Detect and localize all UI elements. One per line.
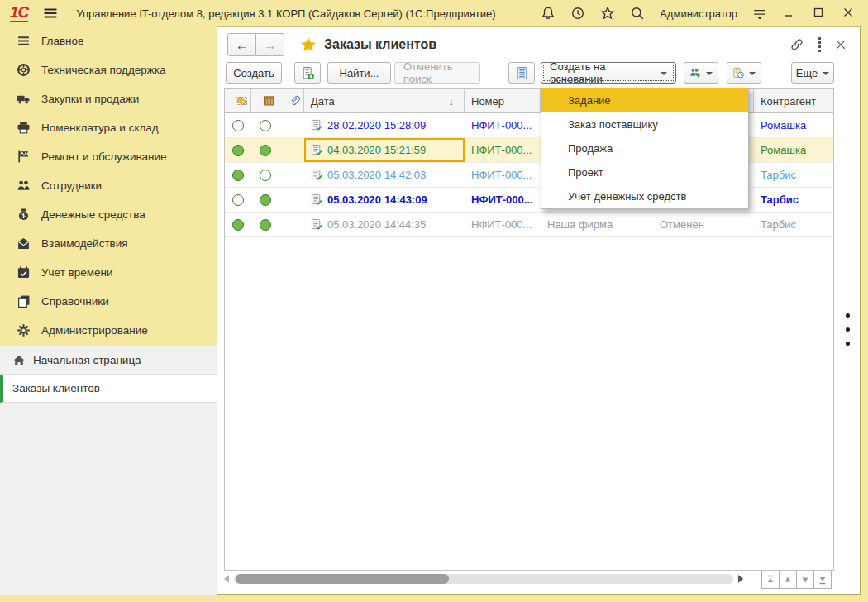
get-link-icon[interactable] [789, 37, 804, 52]
date-cell[interactable]: 05.03.2020 14:42:03 [304, 163, 465, 187]
posted-document-icon [311, 218, 323, 231]
menu-icon [17, 34, 31, 48]
create-based-on-dropdown: ЗаданиеЗаказ поставщикуПродажаПроектУчет… [541, 88, 749, 209]
sidebar-item-label: Закупки и продажи [41, 93, 139, 105]
contragent-cell[interactable]: Ромашка [754, 138, 834, 162]
sidebar-item-purchases[interactable]: Закупки и продажи [0, 84, 217, 113]
scrollbar-thumb[interactable] [236, 574, 449, 584]
nav-forward-button[interactable]: → [256, 33, 284, 56]
create-button[interactable]: Создать [226, 62, 282, 84]
tab-home-page[interactable]: Начальная страница [0, 346, 217, 375]
date-cell[interactable]: 05.03.2020 14:43:09 [304, 188, 465, 212]
number-cell[interactable]: НФИТ-000... [465, 138, 541, 162]
flag-icon [17, 150, 31, 164]
scroll-left-icon[interactable] [224, 575, 229, 583]
attachments-cell [279, 113, 304, 137]
current-user[interactable]: Администратор [660, 7, 737, 20]
posted-document-icon [311, 119, 323, 131]
column-attachments[interactable] [279, 89, 304, 112]
sidebar-item-support[interactable]: Техническая поддержка [0, 55, 217, 84]
sidebar-item-staff[interactable]: Сотрудники [0, 171, 217, 200]
cancel-search-button[interactable]: Отменить поиск [394, 62, 480, 84]
column-contragent[interactable]: Контрагент [754, 89, 835, 112]
scrollbar-track[interactable] [234, 574, 733, 584]
main-menu-icon[interactable] [43, 6, 58, 21]
dropdown-item[interactable]: Задание [541, 88, 748, 112]
dropdown-item[interactable]: Учет денежных средств [541, 184, 748, 208]
search-icon[interactable] [630, 6, 645, 21]
shipment-status-cell [251, 213, 279, 236]
number-cell[interactable]: НФИТ-000... [465, 113, 541, 137]
tab-customer-orders[interactable]: Заказы клиентов [0, 375, 217, 403]
shipment-status-cell [251, 138, 279, 162]
status-circle-icon [232, 145, 244, 156]
sidebar-item-label: Денежные средства [41, 208, 145, 221]
column-payment-status[interactable] [225, 89, 251, 112]
contragent-cell[interactable]: Тарбис [754, 213, 834, 236]
contragent-cell[interactable]: Ромашка [754, 113, 834, 137]
create-based-on-button[interactable]: Создать на основании [541, 62, 676, 84]
scroll-right-icon[interactable] [738, 575, 743, 583]
sidebar-item-label: Номенклатура и склад [41, 122, 159, 134]
sidebar-item-interactions[interactable]: Взаимодействия [0, 229, 217, 258]
number-cell[interactable]: НФИТ-000... [465, 188, 541, 212]
find-button[interactable]: Найти... [327, 62, 391, 84]
service-menu-icon[interactable] [752, 6, 767, 21]
column-number[interactable]: Номер [465, 89, 541, 112]
go-previous-row-button[interactable] [779, 571, 797, 589]
sort-descending-icon: ↓ [449, 95, 455, 108]
column-date[interactable]: Дата ↓ [304, 89, 465, 112]
sidebar-item-administration[interactable]: Администрирование [0, 316, 217, 345]
go-next-row-button[interactable] [796, 571, 814, 589]
sidebar-item-label: Техническая поддержка [41, 64, 166, 76]
sidebar-item-main[interactable]: Главное [0, 26, 217, 55]
go-first-row-button[interactable] [761, 571, 780, 589]
chevron-down-icon [706, 72, 713, 75]
shipment-status-cell [251, 188, 279, 212]
sidebar-item-money[interactable]: Денежные средства [0, 200, 217, 229]
table-row[interactable]: 05.03.2020 14:44:35НФИТ-000...Наша фирма… [225, 213, 833, 237]
dropdown-item[interactable]: Заказ поставщику [541, 112, 748, 136]
column-shipment-status[interactable] [251, 89, 279, 112]
close-window-button[interactable] [842, 6, 856, 21]
horizontal-scrollbar[interactable] [224, 572, 743, 585]
organization-cell[interactable]: Наша фирма [541, 213, 653, 236]
favorite-star-icon[interactable] [299, 36, 317, 54]
number-cell[interactable]: НФИТ-000... [465, 213, 541, 236]
history-icon[interactable] [570, 6, 585, 21]
payment-status-cell [225, 138, 251, 162]
shipment-status-cell [251, 113, 279, 137]
document-journal-button[interactable] [727, 62, 761, 84]
copy-document-button[interactable] [294, 62, 321, 84]
close-form-button[interactable] [835, 39, 847, 50]
more-button[interactable]: Еще [791, 62, 834, 84]
dropdown-item[interactable]: Проект [541, 160, 748, 184]
minimize-button[interactable] [782, 6, 797, 21]
go-last-row-button[interactable] [813, 571, 832, 589]
assign-responsible-button[interactable] [684, 62, 718, 84]
state-cell[interactable]: Отменен [653, 213, 754, 236]
sidebar-item-references[interactable]: Справочники [0, 287, 217, 316]
splitter-handle[interactable] [846, 313, 850, 346]
sidebar-item-timetracking[interactable]: Учет времени [0, 258, 217, 287]
date-cell[interactable]: 04.03.2020 15:21:59 [304, 138, 465, 162]
page-title: Заказы клиентов [324, 37, 436, 52]
window-titlebar: 1С Управление IT-отделом 8, редакция 3.1… [0, 0, 868, 26]
sidebar-item-repair[interactable]: Ремонт и обслуживание [0, 142, 217, 171]
date-cell[interactable]: 28.02.2020 15:28:09 [304, 113, 465, 137]
tab-label: Заказы клиентов [12, 382, 100, 394]
nav-back-button[interactable]: ← [227, 33, 256, 56]
list-view-button[interactable] [508, 62, 535, 84]
attachments-cell [279, 213, 304, 236]
number-cell[interactable]: НФИТ-000... [465, 163, 541, 187]
notifications-bell-icon[interactable] [541, 6, 556, 21]
dropdown-item[interactable]: Продажа [541, 136, 748, 160]
maximize-button[interactable] [812, 6, 827, 21]
sidebar-item-stock[interactable]: Номенклатура и склад [0, 113, 217, 142]
favorites-star-icon[interactable] [600, 6, 615, 21]
contragent-cell[interactable]: Тарбис [754, 188, 834, 212]
kebab-menu-icon[interactable] [818, 37, 821, 52]
toolbar: Создать Найти... Отменить поиск Создать … [217, 62, 860, 84]
date-cell[interactable]: 05.03.2020 14:44:35 [304, 213, 465, 236]
contragent-cell[interactable]: Тарбис [754, 163, 834, 187]
